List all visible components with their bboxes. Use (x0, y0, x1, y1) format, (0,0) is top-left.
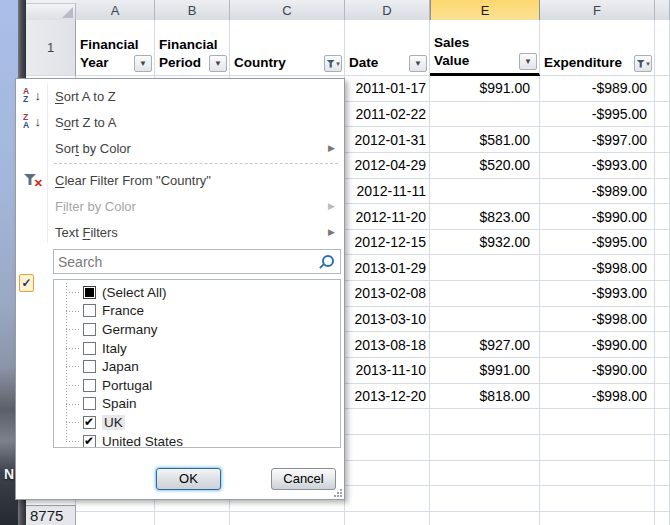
cell[interactable] (655, 153, 670, 179)
cell[interactable] (655, 358, 670, 384)
search-input[interactable] (54, 254, 320, 270)
cell[interactable]: -$998.00 (540, 307, 655, 333)
unchecked-checkbox-icon[interactable] (83, 379, 96, 392)
cell-d1[interactable]: Date ▼ (345, 20, 430, 76)
cell[interactable] (230, 512, 345, 525)
cell[interactable]: -$995.00 (540, 230, 655, 256)
filter-option-select-all[interactable]: (Select All) (54, 283, 340, 302)
autofilter-funnel-button[interactable]: ▾ (324, 55, 342, 72)
cell[interactable] (655, 512, 670, 525)
cell[interactable]: $818.00 (430, 384, 540, 410)
row-header-1[interactable]: 1 (26, 20, 76, 76)
cell[interactable]: 2011-02-22 (345, 102, 430, 128)
cell[interactable]: 2011-01-17 (345, 76, 430, 102)
cell[interactable] (345, 409, 430, 435)
autofilter-dropdown-button[interactable]: ▼ (134, 55, 152, 72)
cell-b1[interactable]: Financial Period ▼ (155, 20, 230, 76)
search-icon[interactable] (320, 255, 334, 269)
cell[interactable] (540, 435, 655, 461)
checked-checkbox-icon[interactable] (83, 435, 96, 448)
cell-a1[interactable]: Financial Year ▼ (76, 20, 155, 76)
cell[interactable] (655, 307, 670, 333)
cell[interactable] (655, 255, 670, 281)
cell[interactable]: 2012-01-31 (345, 127, 430, 153)
filter-option-germany[interactable]: Germany (54, 320, 340, 339)
filter-option-france[interactable]: France (54, 302, 340, 321)
unchecked-checkbox-icon[interactable] (83, 397, 96, 410)
cell[interactable] (345, 512, 430, 525)
autofilter-dropdown-button[interactable]: ▼ (209, 55, 227, 72)
cell[interactable] (430, 179, 540, 205)
filter-option-united-states[interactable]: United States (54, 432, 340, 448)
cell[interactable] (655, 409, 670, 435)
unchecked-checkbox-icon[interactable] (83, 360, 96, 373)
cell[interactable]: -$989.00 (540, 76, 655, 102)
ok-button[interactable]: OK (156, 468, 221, 490)
cell[interactable] (655, 230, 670, 256)
cell[interactable]: -$989.00 (540, 179, 655, 205)
indeterminate-checkbox-icon[interactable] (83, 286, 96, 299)
cell-f1[interactable]: Expenditure ▾ (540, 20, 655, 76)
checked-checkbox-icon[interactable] (83, 416, 96, 429)
cell[interactable] (655, 204, 670, 230)
autofilter-funnel-button[interactable]: ▾ (634, 55, 652, 72)
cell[interactable] (655, 384, 670, 410)
column-header-a[interactable]: A (76, 0, 155, 20)
cell[interactable]: -$990.00 (540, 332, 655, 358)
cell[interactable] (345, 435, 430, 461)
filter-option-italy[interactable]: Italy (54, 339, 340, 358)
cell[interactable] (430, 281, 540, 307)
cell[interactable]: 2013-01-29 (345, 255, 430, 281)
cell[interactable] (655, 102, 670, 128)
cell-g1[interactable] (655, 20, 670, 76)
cell[interactable] (430, 307, 540, 333)
cell[interactable] (430, 102, 540, 128)
cell[interactable] (540, 486, 655, 512)
cell[interactable]: -$990.00 (540, 358, 655, 384)
cell[interactable]: $991.00 (430, 76, 540, 102)
cell[interactable] (430, 435, 540, 461)
cell[interactable] (430, 409, 540, 435)
filter-option-japan[interactable]: Japan (54, 357, 340, 376)
menu-item-sort-z-to-a[interactable]: ZA↓ Sort Z to A (17, 109, 343, 135)
cell[interactable]: $520.00 (430, 153, 540, 179)
cell[interactable] (655, 435, 670, 461)
cell[interactable] (655, 486, 670, 512)
cell[interactable]: -$993.00 (540, 281, 655, 307)
cell[interactable] (430, 512, 540, 525)
cell[interactable]: 2013-08-18 (345, 332, 430, 358)
cancel-button[interactable]: Cancel (271, 468, 336, 490)
cell[interactable]: -$990.00 (540, 204, 655, 230)
cell[interactable]: 2012-04-29 (345, 153, 430, 179)
cell[interactable]: $581.00 (430, 127, 540, 153)
cell[interactable] (540, 409, 655, 435)
cell[interactable]: 2013-12-20 (345, 384, 430, 410)
cell-e1-selected[interactable]: Sales Value ▼ (430, 20, 540, 76)
cell[interactable]: -$997.00 (540, 127, 655, 153)
cell[interactable]: $927.00 (430, 332, 540, 358)
cell[interactable]: -$995.00 (540, 102, 655, 128)
cell[interactable]: $823.00 (430, 204, 540, 230)
cell[interactable]: $932.00 (430, 230, 540, 256)
cell[interactable] (540, 461, 655, 487)
cell[interactable]: 2012-11-11 (345, 179, 430, 205)
cell[interactable] (655, 332, 670, 358)
column-header-partial[interactable] (655, 0, 670, 20)
filter-option-portugal[interactable]: Portugal (54, 376, 340, 395)
cell[interactable] (430, 461, 540, 487)
filter-option-uk[interactable]: UK (54, 413, 340, 432)
cell[interactable]: 2013-02-08 (345, 281, 430, 307)
unchecked-checkbox-icon[interactable] (83, 342, 96, 355)
filter-option-spain[interactable]: Spain (54, 395, 340, 414)
column-header-b[interactable]: B (155, 0, 230, 20)
row-header-8775[interactable]: 8775 (26, 505, 76, 525)
cell[interactable] (655, 76, 670, 102)
cell[interactable] (430, 255, 540, 281)
cell[interactable]: 2012-11-20 (345, 204, 430, 230)
cell[interactable] (345, 486, 430, 512)
autofilter-dropdown-button[interactable]: ▼ (519, 53, 537, 70)
menu-item-sort-by-color[interactable]: Sort by Color ▶ (17, 135, 343, 161)
unchecked-checkbox-icon[interactable] (83, 323, 96, 336)
cell[interactable]: -$993.00 (540, 153, 655, 179)
column-header-c[interactable]: C (230, 0, 345, 20)
